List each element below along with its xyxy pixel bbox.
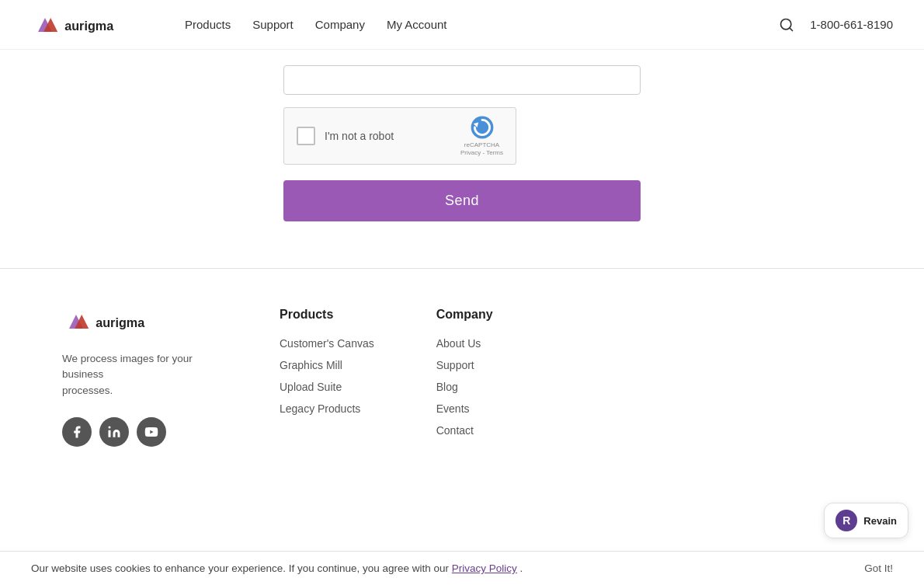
footer-inner: aurigma We process images for your busin… <box>62 308 862 447</box>
header: aurigma Products Support Company My Acco… <box>0 0 924 50</box>
footer-logo[interactable]: aurigma <box>62 308 233 339</box>
svg-point-10 <box>109 426 111 428</box>
search-button[interactable] <box>779 17 794 33</box>
facebook-icon <box>70 425 84 439</box>
nav-my-account[interactable]: My Account <box>387 18 447 31</box>
linkedin-button[interactable] <box>99 417 129 447</box>
footer-support-link[interactable]: Support <box>436 356 493 374</box>
recaptcha-brand: reCAPTCHA Privacy - Terms <box>460 141 503 156</box>
footer-col-products: Products Customer's Canvas Graphics Mill… <box>280 308 374 440</box>
logo[interactable]: aurigma <box>31 11 157 39</box>
main-nav: Products Support Company My Account <box>185 18 447 31</box>
footer-columns: Products Customer's Canvas Graphics Mill… <box>280 308 862 440</box>
recaptcha-label: I'm not a robot <box>325 130 451 142</box>
search-icon <box>779 17 794 33</box>
youtube-button[interactable] <box>137 417 166 447</box>
footer-upload-suite[interactable]: Upload Suite <box>280 378 374 396</box>
phone-link[interactable]: 1-800-661-8190 <box>810 18 893 31</box>
nav-support[interactable]: Support <box>252 18 294 31</box>
footer-products-title: Products <box>280 308 374 322</box>
footer-events[interactable]: Events <box>436 399 493 418</box>
recaptcha-widget[interactable]: I'm not a robot reCAPTCHA Privacy - Term… <box>283 107 516 165</box>
svg-text:aurigma: aurigma <box>64 19 114 33</box>
svg-text:aurigma: aurigma <box>96 315 145 329</box>
footer-customers-canvas[interactable]: Customer's Canvas <box>280 334 374 353</box>
header-left: aurigma Products Support Company My Acco… <box>31 11 447 39</box>
youtube-icon <box>144 425 158 439</box>
footer-about-us[interactable]: About Us <box>436 334 493 353</box>
footer-company-title: Company <box>436 308 493 322</box>
recaptcha-logo: reCAPTCHA Privacy - Terms <box>460 115 503 156</box>
footer-contact[interactable]: Contact <box>436 421 493 440</box>
main-section: I'm not a robot reCAPTCHA Privacy - Term… <box>0 50 924 268</box>
footer-tagline: We process images for your business proc… <box>62 351 217 399</box>
svg-line-4 <box>790 27 793 30</box>
facebook-button[interactable] <box>62 417 92 447</box>
footer-graphics-mill[interactable]: Graphics Mill <box>280 356 374 374</box>
social-icons <box>62 417 233 447</box>
recaptcha-checkbox[interactable] <box>297 127 315 145</box>
footer: aurigma We process images for your busin… <box>0 269 924 470</box>
footer-brand: aurigma We process images for your busin… <box>62 308 233 447</box>
nav-company[interactable]: Company <box>315 18 365 31</box>
footer-legacy-products[interactable]: Legacy Products <box>280 399 374 418</box>
message-input[interactable] <box>283 65 641 95</box>
send-button[interactable]: Send <box>283 180 641 221</box>
linkedin-icon <box>107 425 121 439</box>
recaptcha-icon <box>470 115 495 140</box>
nav-products[interactable]: Products <box>185 18 231 31</box>
footer-col-company: Company About Us Support Blog Events Con… <box>436 308 493 440</box>
header-right: 1-800-661-8190 <box>779 17 893 33</box>
contact-form: I'm not a robot reCAPTCHA Privacy - Term… <box>283 65 641 221</box>
footer-blog[interactable]: Blog <box>436 378 493 396</box>
